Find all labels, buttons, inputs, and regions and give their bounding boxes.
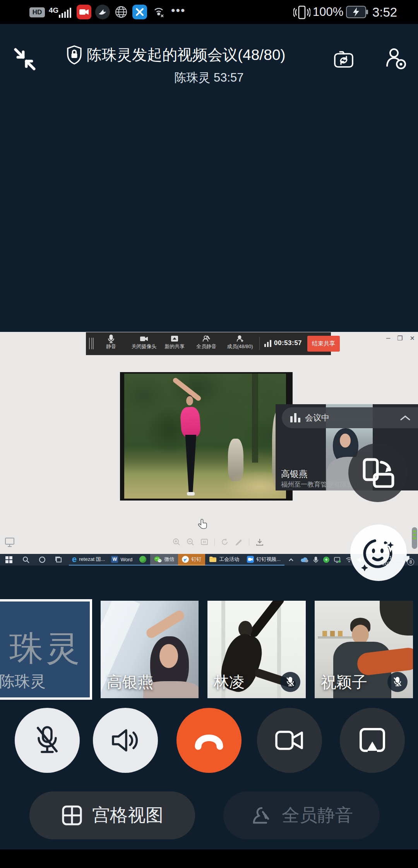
end-share-button[interactable]: 结束共享: [307, 336, 340, 352]
beauty-filter-button[interactable]: [350, 525, 407, 581]
toolbar-mute-button[interactable]: 静音: [100, 335, 122, 353]
taskbar-search-icon[interactable]: [22, 556, 29, 563]
vibrate-icon: [293, 5, 310, 20]
green-browser-icon: [139, 556, 146, 563]
camera-toggle-button[interactable]: [257, 708, 322, 773]
shelf-board: [318, 636, 356, 639]
rotate-screen-button[interactable]: [348, 443, 407, 502]
taskbar-app-folder[interactable]: 工会活动: [205, 554, 243, 566]
subtitle: 陈珠灵 53:57: [0, 70, 418, 86]
avatar-text: 珠灵: [9, 625, 82, 672]
camera-switch-button[interactable]: [332, 48, 355, 70]
hangup-button[interactable]: [176, 708, 242, 773]
download-icon[interactable]: [255, 538, 264, 546]
dingtalk-video-icon: [247, 556, 254, 563]
participant-tile-linling[interactable]: 林凌: [207, 601, 306, 698]
tray-cloud-icon[interactable]: [301, 557, 308, 562]
status-bar: HD 4G ••• 100% 3:52: [0, 0, 418, 24]
participant-name: 高银燕: [107, 672, 153, 693]
dingtalk-label: 钉钉: [191, 556, 201, 563]
participant-tile-zhuyingzi[interactable]: 祝颖子: [315, 601, 413, 698]
person-face: [159, 644, 178, 668]
hangup-icon: [193, 730, 225, 751]
remote-close-button[interactable]: ✕: [410, 333, 415, 344]
taskbar-app-wechat[interactable]: 微信: [150, 554, 178, 566]
notification-badge: 8: [407, 559, 414, 566]
scroll-indicator[interactable]: [412, 527, 417, 549]
notification-center[interactable]: 8: [403, 555, 412, 563]
member-add-icon: [236, 335, 244, 343]
title-row: 陈珠灵发起的视频会议(48/80): [66, 43, 333, 67]
meeting-header: 陈珠灵发起的视频会议(48/80) 陈珠灵 53:57: [0, 24, 418, 84]
taskbar-app-word[interactable]: W Word: [108, 554, 135, 566]
remote-window-controls: – ❐ ✕: [381, 333, 418, 344]
viewer-monitor-icon: [4, 537, 15, 548]
toolbar-mute-all-button[interactable]: 全员静音: [194, 335, 219, 353]
cortana-icon[interactable]: [39, 556, 46, 563]
zoom-in-icon[interactable]: [173, 538, 180, 546]
participant-name: 祝颖子: [321, 672, 367, 693]
taskbar-app-edge[interactable]: e retezat 国...: [69, 554, 108, 566]
speaker-button[interactable]: [93, 708, 158, 773]
dancer-torso: [180, 406, 201, 437]
participants-strip: 珠灵 陈珠灵 高银燕 林凌: [0, 566, 418, 705]
grid-view-button[interactable]: 宫格视图: [29, 791, 195, 839]
mic-muted-icon: [33, 724, 62, 757]
signal-bars-icon: [59, 8, 72, 18]
screen-share-icon: [358, 727, 387, 754]
mic-toggle-button[interactable]: [15, 708, 80, 773]
scroll-stripe: [413, 537, 416, 539]
panel-person-face: [340, 434, 351, 448]
rotate-image-icon[interactable]: [221, 538, 229, 546]
mute-all-icon: [202, 335, 211, 343]
actual-size-icon[interactable]: [200, 538, 208, 546]
mic-icon: [108, 335, 115, 343]
taskbar-clock[interactable]: 15:52 2020/3/8: [368, 555, 402, 566]
panel-header[interactable]: 会议中: [282, 407, 418, 428]
word-label: Word: [120, 557, 132, 562]
tray-green-icon[interactable]: +: [323, 557, 329, 563]
bird-app-icon: [95, 5, 110, 19]
tray-mic-icon[interactable]: [313, 557, 319, 563]
share-screen-icon: [171, 335, 178, 343]
edit-icon[interactable]: [235, 538, 243, 546]
scroll-stripe: [413, 534, 416, 536]
taskbar-app-green[interactable]: [135, 554, 150, 566]
globe-icon: [114, 5, 128, 19]
mute-all-person-icon: [250, 804, 272, 827]
hd-badge: HD: [29, 7, 45, 17]
zoom-out-icon[interactable]: [187, 538, 194, 546]
start-button[interactable]: [5, 556, 12, 563]
folder-icon: [209, 556, 217, 562]
task-view-icon[interactable]: [55, 556, 62, 563]
toolbar-camera-button[interactable]: 关闭摄像头: [128, 335, 160, 353]
panel-speaker-name: 高银燕: [281, 468, 308, 480]
scroll-stripe: [413, 530, 416, 532]
toolbar-new-share-button[interactable]: 新的共享: [162, 335, 187, 353]
participant-tile-chenzhuling[interactable]: 珠灵 陈珠灵: [0, 599, 92, 700]
chevron-up-icon[interactable]: [400, 415, 410, 420]
dancer-shoe: [187, 492, 195, 496]
mute-all-button[interactable]: 全员静音: [223, 791, 380, 839]
toolbar-divider: [259, 337, 260, 350]
taskbar-app-dingtalk[interactable]: 钉钉: [178, 554, 205, 566]
tree-trunk: [252, 374, 258, 463]
remote-restore-button[interactable]: ❐: [397, 333, 403, 344]
subtitle-speaker: 陈珠灵: [174, 71, 210, 84]
participant-tile-gaoyinyan[interactable]: 高银燕: [101, 601, 199, 698]
taskbar-app-dingtalk-video[interactable]: 钉钉视频...: [243, 554, 284, 566]
rotate-device-icon: [361, 458, 394, 488]
shared-screen-view[interactable]: – ❐ ✕ 静音 关闭摄像头 新的共享 全员静音: [0, 332, 418, 566]
speaker-icon: [110, 726, 141, 754]
toolbar-members-button[interactable]: 成员(48/80): [222, 335, 258, 353]
share-screen-button[interactable]: [340, 708, 405, 773]
camera-notify-icon: [77, 5, 91, 19]
tray-display-icon[interactable]: [334, 557, 341, 563]
battery-percent: 100%: [313, 5, 343, 19]
toolbar-grip[interactable]: [89, 338, 94, 349]
remote-minimize-button[interactable]: –: [386, 333, 391, 344]
meeting-title: 陈珠灵发起的视频会议(48/80): [87, 44, 286, 65]
participants-button[interactable]: [384, 46, 408, 71]
share-timer: 00:53:57: [274, 339, 302, 347]
tray-chevron-icon[interactable]: [288, 558, 294, 562]
